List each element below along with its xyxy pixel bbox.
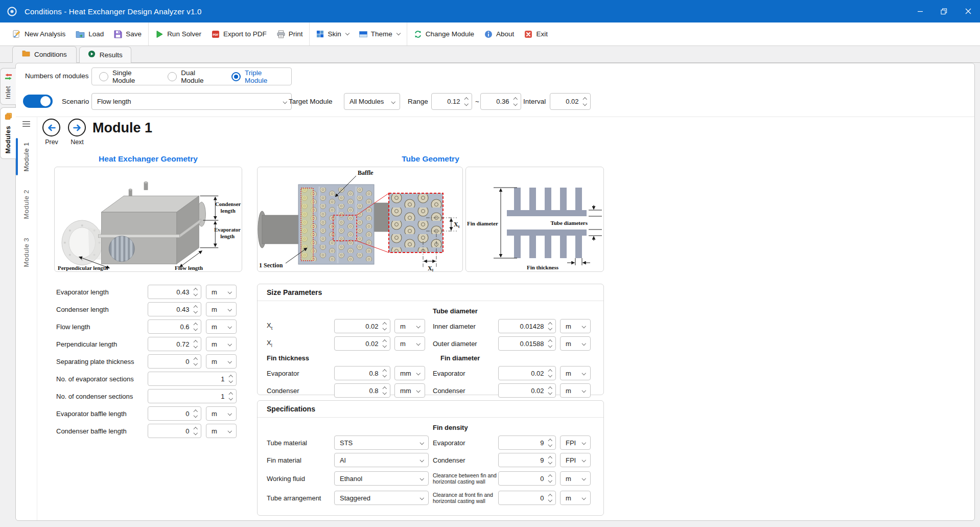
working-fluid-select[interactable]: Ethanol: [334, 471, 429, 486]
print-button[interactable]: Print: [272, 22, 308, 45]
close-button[interactable]: [956, 0, 980, 22]
flow-length-spinner[interactable]: 0.6: [148, 319, 201, 334]
chevron-down-icon[interactable]: [382, 373, 386, 377]
spinner-arrows[interactable]: [194, 324, 197, 330]
spinner-arrows[interactable]: [194, 358, 197, 365]
unit-select[interactable]: m: [560, 491, 591, 505]
scenario-toggle[interactable]: [23, 95, 53, 108]
minimize-button[interactable]: [908, 0, 932, 22]
spinner-arrows[interactable]: [549, 495, 552, 501]
spinner-arrows[interactable]: [549, 340, 552, 347]
tab-conditions[interactable]: Conditions: [12, 46, 77, 63]
xt-spinner[interactable]: 0.02: [334, 319, 390, 333]
unit-select[interactable]: m: [560, 319, 591, 333]
clearance-front-spinner[interactable]: 0: [498, 491, 556, 505]
chevron-down-icon[interactable]: [193, 431, 197, 435]
tube-material-select[interactable]: STS: [334, 436, 429, 450]
maximize-button[interactable]: [932, 0, 956, 22]
run-solver-button[interactable]: Run Solver: [150, 22, 206, 45]
separating-plate-thickness-spinner[interactable]: 0: [148, 354, 201, 369]
module-tab-2[interactable]: Module 2: [16, 184, 37, 225]
fin-thickness-condenser-spinner[interactable]: 0.8: [334, 383, 390, 398]
clearance-between-spinner[interactable]: 0: [498, 471, 556, 486]
fin-material-select[interactable]: Al: [334, 453, 429, 467]
chevron-down-icon[interactable]: [382, 326, 386, 330]
load-button[interactable]: Load: [71, 22, 109, 45]
condenser-baffle-length-spinner[interactable]: 0: [148, 424, 201, 438]
chevron-down-icon[interactable]: [193, 309, 197, 313]
radio-triple-module[interactable]: Triple Module: [231, 69, 284, 84]
chevron-down-icon[interactable]: [193, 327, 197, 331]
radio-icon[interactable]: [168, 72, 177, 81]
radio-single-module[interactable]: Single Module: [99, 69, 154, 84]
scenario-select[interactable]: Flow length: [91, 93, 292, 110]
unit-select[interactable]: m: [206, 406, 237, 421]
spinner-arrows[interactable]: [549, 457, 552, 464]
target-module-select[interactable]: All Modules: [344, 93, 400, 110]
condenser-length-spinner[interactable]: 0.43: [148, 302, 201, 316]
spinner-arrows[interactable]: [549, 440, 552, 446]
evaporator-baffle-length-spinner[interactable]: 0: [148, 406, 201, 421]
exit-button[interactable]: Exit: [519, 22, 553, 45]
module-tab-1[interactable]: Module 1: [16, 136, 37, 177]
unit-select[interactable]: m: [560, 336, 591, 351]
tab-results[interactable]: Results: [79, 47, 131, 63]
spinner-arrows[interactable]: [194, 289, 197, 295]
spinner-arrows[interactable]: [383, 323, 386, 330]
chevron-down-icon[interactable]: [193, 292, 197, 296]
menu-icon[interactable]: [21, 120, 31, 130]
unit-select[interactable]: m: [560, 471, 591, 486]
chevron-down-icon[interactable]: [548, 373, 552, 377]
outer-diameter-spinner[interactable]: 0.01588: [498, 336, 556, 351]
unit-select[interactable]: FPI: [560, 436, 591, 450]
spinner-arrows[interactable]: [549, 323, 552, 330]
interval-spinner[interactable]: 0.02: [550, 93, 591, 110]
spinner-arrows[interactable]: [549, 370, 552, 377]
chevron-down-icon[interactable]: [228, 379, 232, 383]
spinner-arrows[interactable]: [383, 370, 386, 377]
spinner-arrows[interactable]: [229, 376, 232, 382]
chevron-down-icon[interactable]: [548, 443, 552, 447]
spinner-arrows[interactable]: [549, 475, 552, 482]
evaporator-sections-spinner[interactable]: 1: [148, 372, 237, 386]
chevron-down-icon[interactable]: [382, 343, 386, 348]
module-tab-3[interactable]: Module 3: [16, 232, 37, 273]
theme-menu-button[interactable]: Theme: [354, 22, 405, 45]
chevron-down-icon[interactable]: [193, 361, 197, 365]
fin-density-evaporator-spinner[interactable]: 9: [498, 436, 556, 450]
sidebar-tab-inlet[interactable]: Inlet: [0, 68, 16, 105]
unit-select[interactable]: m: [206, 319, 237, 334]
save-button[interactable]: Save: [109, 22, 147, 45]
spinner-arrows[interactable]: [383, 340, 386, 347]
range-from-spinner[interactable]: 0.12: [431, 93, 472, 110]
unit-select[interactable]: m: [206, 285, 237, 299]
unit-select[interactable]: m: [394, 319, 425, 333]
unit-select[interactable]: m: [206, 302, 237, 316]
next-button[interactable]: [68, 119, 86, 136]
range-to-spinner[interactable]: 0.36: [480, 93, 521, 110]
chevron-down-icon[interactable]: [193, 414, 197, 418]
change-module-button[interactable]: Change Module: [409, 22, 479, 45]
chevron-down-icon[interactable]: [382, 391, 386, 395]
prev-button[interactable]: [42, 119, 60, 136]
skin-menu-button[interactable]: Skin: [311, 22, 354, 45]
chevron-down-icon[interactable]: [582, 101, 587, 105]
perpendicular-length-spinner[interactable]: 0.72: [148, 337, 201, 351]
fin-diameter-evaporator-spinner[interactable]: 0.02: [498, 366, 556, 380]
unit-select[interactable]: m: [206, 337, 237, 351]
spinner-arrows[interactable]: [194, 306, 197, 313]
radio-icon[interactable]: [99, 72, 108, 81]
sidebar-tab-modules[interactable]: Modules: [0, 107, 16, 159]
unit-select[interactable]: mm: [394, 366, 425, 380]
radio-dual-module[interactable]: Dual Module: [168, 69, 218, 84]
unit-select[interactable]: m: [206, 424, 237, 438]
chevron-down-icon[interactable]: [548, 478, 552, 483]
unit-select[interactable]: FPI: [560, 453, 591, 467]
unit-select[interactable]: m: [560, 383, 591, 398]
tube-arrangement-select[interactable]: Staggered: [334, 491, 429, 505]
chevron-down-icon[interactable]: [548, 498, 552, 502]
radio-selected-icon[interactable]: [231, 72, 241, 81]
chevron-down-icon[interactable]: [464, 101, 468, 105]
chevron-down-icon[interactable]: [228, 396, 232, 400]
spinner-arrows[interactable]: [465, 98, 468, 105]
